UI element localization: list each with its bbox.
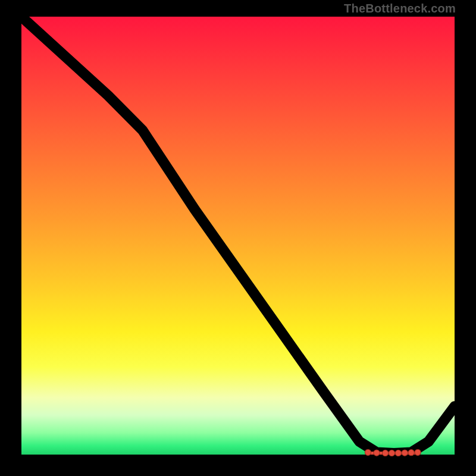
watermark-text: TheBottleneck.com bbox=[344, 2, 456, 15]
svg-point-2 bbox=[374, 450, 380, 456]
svg-point-1 bbox=[365, 449, 371, 455]
svg-point-6 bbox=[402, 450, 408, 456]
svg-point-3 bbox=[382, 450, 388, 456]
plot-svg bbox=[21, 17, 455, 455]
svg-point-5 bbox=[395, 450, 401, 456]
chart-frame: TheBottleneck.com bbox=[0, 0, 476, 476]
svg-point-7 bbox=[408, 450, 414, 456]
svg-point-4 bbox=[389, 450, 394, 456]
svg-point-8 bbox=[415, 449, 421, 455]
plot-area bbox=[21, 17, 455, 455]
bottleneck-curve bbox=[21, 17, 455, 453]
